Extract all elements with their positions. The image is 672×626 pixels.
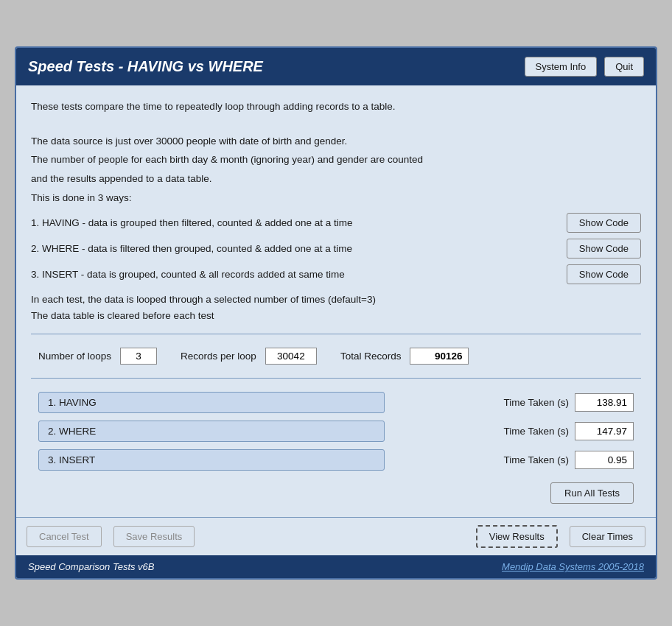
desc-line3: The number of people for each birth day … xyxy=(31,152,641,168)
test-3-right: Time Taken (s) 0.95 xyxy=(399,451,634,469)
quit-button[interactable]: Quit xyxy=(604,57,644,77)
params-row: Number of loops Records per loop Total R… xyxy=(31,340,641,372)
test-row-3: 3. INSERT Time Taken (s) 0.95 xyxy=(38,449,634,471)
divider-mid xyxy=(31,378,641,379)
loop-desc-line2: The data table is cleared before each te… xyxy=(31,308,641,324)
test-2-label: 2. WHERE xyxy=(38,421,385,442)
test-2-time-label: Time Taken (s) xyxy=(488,426,569,437)
app-window: Speed Tests - HAVING vs WHERE System Inf… xyxy=(15,46,657,580)
test-1-label: 1. HAVING xyxy=(38,392,385,413)
method-rows: 1. HAVING - data is grouped then filtere… xyxy=(31,213,641,284)
method-row-1: 1. HAVING - data is grouped then filtere… xyxy=(31,213,641,233)
footer-left: Speed Comparison Tests v6B xyxy=(28,561,155,572)
test-1-right: Time Taken (s) 138.91 xyxy=(399,393,634,412)
clear-times-button[interactable]: Clear Times xyxy=(570,526,645,547)
show-code-btn-3[interactable]: Show Code xyxy=(567,264,641,284)
method-3-text: 3. INSERT - data is grouped, counted & a… xyxy=(31,269,567,280)
show-code-btn-2[interactable]: Show Code xyxy=(567,239,641,259)
records-label: Records per loop xyxy=(181,351,256,362)
description-block: These tests compare the time to repeated… xyxy=(31,99,641,206)
loop-desc-line1: In each test, the data is looped through… xyxy=(31,292,641,308)
view-results-button[interactable]: View Results xyxy=(476,525,558,548)
method-2-text: 2. WHERE - data is filtered then grouped… xyxy=(31,243,567,254)
method-row-3: 3. INSERT - data is grouped, counted & a… xyxy=(31,264,641,284)
test-3-label: 3. INSERT xyxy=(38,449,385,471)
test-1-time-value: 138.91 xyxy=(575,393,634,412)
test-3-time-label: Time Taken (s) xyxy=(488,454,569,465)
desc-line5: This is done in 3 ways: xyxy=(31,190,641,206)
footer-bar: Speed Comparison Tests v6B Mendip Data S… xyxy=(16,555,656,578)
title-buttons: System Info Quit xyxy=(525,57,644,77)
save-results-button[interactable]: Save Results xyxy=(113,526,195,547)
title-bar: Speed Tests - HAVING vs WHERE System Inf… xyxy=(16,48,656,85)
bottom-bar: Cancel Test Save Results View Results Cl… xyxy=(16,517,656,555)
desc-line4: and the results appended to a data table… xyxy=(31,171,641,187)
total-label: Total Records xyxy=(340,351,402,362)
test-row-2: 2. WHERE Time Taken (s) 147.97 xyxy=(38,421,634,442)
loop-description: In each test, the data is looped through… xyxy=(31,292,641,323)
records-input[interactable] xyxy=(265,348,317,365)
system-info-button[interactable]: System Info xyxy=(525,57,598,77)
test-1-time-label: Time Taken (s) xyxy=(488,397,569,408)
footer-right: Mendip Data Systems 2005-2018 xyxy=(502,561,644,572)
run-all-button[interactable]: Run All Tests xyxy=(550,482,634,504)
divider-top xyxy=(31,334,641,334)
test-row-1: 1. HAVING Time Taken (s) 138.91 xyxy=(38,392,634,413)
desc-line2: The data source is just over 30000 peopl… xyxy=(31,133,641,150)
test-2-time-value: 147.97 xyxy=(575,422,634,440)
total-value: 90126 xyxy=(410,348,469,365)
tests-section: 1. HAVING Time Taken (s) 138.91 2. WHERE… xyxy=(31,384,641,517)
test-2-right: Time Taken (s) 147.97 xyxy=(399,422,634,440)
run-all-row: Run All Tests xyxy=(38,478,634,510)
show-code-btn-1[interactable]: Show Code xyxy=(567,213,641,233)
app-title: Speed Tests - HAVING vs WHERE xyxy=(28,58,263,75)
method-1-text: 1. HAVING - data is grouped then filtere… xyxy=(31,217,567,228)
cancel-test-button[interactable]: Cancel Test xyxy=(27,526,102,547)
loops-label: Number of loops xyxy=(38,351,111,362)
method-row-2: 2. WHERE - data is filtered then grouped… xyxy=(31,239,641,259)
loops-input[interactable] xyxy=(120,348,157,365)
content-area: These tests compare the time to repeated… xyxy=(16,85,656,518)
desc-line1: These tests compare the time to repeated… xyxy=(31,99,641,115)
test-3-time-value: 0.95 xyxy=(575,451,634,469)
